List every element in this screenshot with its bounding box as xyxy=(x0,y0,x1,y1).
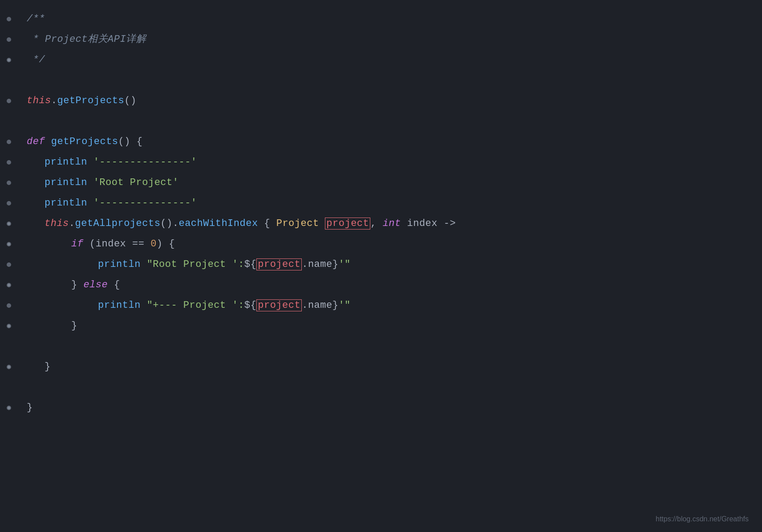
str5: "+--- Project ': xyxy=(147,300,244,311)
gutter-dot-15 xyxy=(7,365,11,369)
interp-close1: } xyxy=(332,259,339,270)
dot2: . xyxy=(69,218,75,229)
str4b: '" xyxy=(338,259,350,270)
dot4: . xyxy=(302,259,308,270)
line-content-empty1 xyxy=(18,71,33,90)
gutter-14 xyxy=(0,324,18,328)
gutter-2 xyxy=(0,37,18,42)
line-content-13: println "+--- Project ':${project.name}'… xyxy=(18,296,351,315)
code-line-15: } xyxy=(0,357,762,377)
brace5: { xyxy=(114,279,120,290)
gutter-15 xyxy=(0,365,18,369)
index-var: index xyxy=(407,218,438,229)
line-empty4 xyxy=(18,378,33,397)
zero: 0 xyxy=(150,238,157,250)
line-content-14: } xyxy=(18,317,77,335)
gutter-dot-9 xyxy=(7,222,11,226)
brace3: { xyxy=(169,238,175,250)
gutter-6 xyxy=(0,160,18,165)
this2: this xyxy=(45,218,69,229)
code-line-9: this.getAllprojects().eachWithIndex { Pr… xyxy=(0,214,762,234)
method-each: eachWithIndex xyxy=(178,218,258,229)
code-line-12: } else { xyxy=(0,275,762,295)
line-content-4: this.getProjects() xyxy=(18,92,137,110)
name-prop2: name xyxy=(308,300,332,311)
gutter-dot-7 xyxy=(7,181,11,185)
open-brace: { xyxy=(137,136,143,147)
gutter-dot-4 xyxy=(7,99,11,103)
sp13 xyxy=(77,279,84,290)
gutter-dot-1 xyxy=(7,17,11,21)
code-line-13: println "+--- Project ':${project.name}'… xyxy=(0,295,762,316)
gutter-dot-2 xyxy=(7,37,11,42)
gutter-4 xyxy=(0,99,18,103)
type-project: Project xyxy=(276,218,319,229)
var-project1: project xyxy=(325,218,370,230)
arrow: -> xyxy=(444,218,456,229)
gutter-dot-16 xyxy=(7,406,11,410)
var-project3: project xyxy=(256,299,302,311)
code-line-11: println "Root Project ':${project.name}'… xyxy=(0,254,762,275)
line-content-16: } xyxy=(18,399,33,417)
if-keyword: if xyxy=(71,238,83,250)
line-empty3 xyxy=(18,337,33,356)
code-line-2: * Project相关API详解 xyxy=(0,29,762,50)
gutter-dot-3 xyxy=(7,58,11,62)
str2: 'Root Project' xyxy=(93,177,179,188)
index-ref: index xyxy=(96,238,126,250)
interp1: ${ xyxy=(244,259,256,270)
sp7 xyxy=(401,218,407,229)
str3: '---------------' xyxy=(93,197,197,209)
line-content-empty2 xyxy=(18,112,33,131)
else-keyword: else xyxy=(83,279,108,290)
dot: . xyxy=(51,95,57,106)
interp-close2: } xyxy=(332,300,339,311)
gutter-7 xyxy=(0,181,18,185)
comment-text: * Project相关API详解 xyxy=(27,34,146,45)
gutter-11 xyxy=(0,262,18,267)
gutter-dot-10 xyxy=(7,242,11,246)
sp14 xyxy=(108,279,114,290)
sp6 xyxy=(319,218,325,229)
var-project2: project xyxy=(256,258,302,270)
println-kw: println xyxy=(45,157,87,168)
comment-open: /** xyxy=(27,13,45,24)
space xyxy=(45,136,51,147)
code-line-5: def getProjects() { xyxy=(0,132,762,152)
line-content-15: } xyxy=(18,358,51,376)
sp3 xyxy=(87,197,93,209)
this-keyword: this xyxy=(27,95,51,106)
code-line-empty4 xyxy=(0,377,762,398)
gutter-9 xyxy=(0,222,18,226)
line-content-9: this.getAllprojects().eachWithIndex { Pr… xyxy=(18,214,456,233)
gutter-8 xyxy=(0,201,18,206)
paren4: ( xyxy=(89,238,96,250)
str4: "Root Project ': xyxy=(147,259,244,270)
close-brace4: } xyxy=(27,402,33,413)
code-line-4: this.getProjects() xyxy=(0,91,762,111)
sp5 xyxy=(270,218,276,229)
code-line-8: println '---------------' xyxy=(0,193,762,214)
code-line-empty2 xyxy=(0,111,762,132)
gutter-10 xyxy=(0,242,18,246)
line-content-3: */ xyxy=(18,51,45,69)
gutter-dot-13 xyxy=(7,303,11,308)
println-kw4: println xyxy=(98,259,141,270)
code-line-10: if (index == 0) { xyxy=(0,234,762,254)
gutter-3 xyxy=(0,58,18,62)
sp8 xyxy=(438,218,444,229)
gutter-1 xyxy=(0,17,18,21)
int-keyword: int xyxy=(383,218,401,229)
gutter-dot-5 xyxy=(7,140,11,144)
code-line-1: /** xyxy=(0,9,762,29)
comma: , xyxy=(370,218,382,229)
line-content-11: println "Root Project ':${project.name}'… xyxy=(18,255,351,274)
close-brace2: } xyxy=(71,320,77,331)
close-brace1: } xyxy=(71,279,77,290)
gutter-12 xyxy=(0,283,18,287)
code-line-7: println 'Root Project' xyxy=(0,173,762,193)
line-content-2: * Project相关API详解 xyxy=(18,30,146,49)
close-brace3: } xyxy=(45,361,51,372)
paren3: () xyxy=(160,218,172,229)
line-content-6: println '---------------' xyxy=(18,153,197,172)
